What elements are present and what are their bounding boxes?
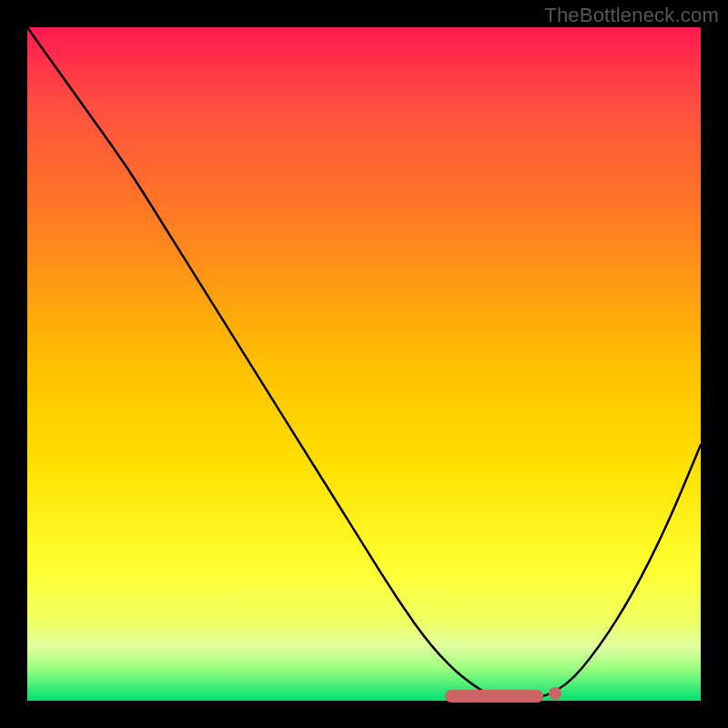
bottleneck-curve-path [27,27,701,701]
chart-container: TheBottleneck.com [0,0,728,728]
optimal-range-marker [445,690,543,703]
curve-layer [27,27,701,701]
watermark-text: TheBottleneck.com [544,4,719,27]
